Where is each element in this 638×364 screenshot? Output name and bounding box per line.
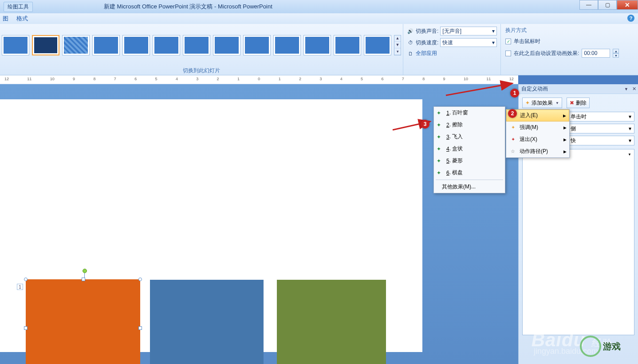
- logo-text: 游戏: [603, 341, 621, 352]
- entrance-item-5[interactable]: ✦5. 菱形: [434, 155, 505, 167]
- pane-dropdown-icon[interactable]: ▼: [624, 87, 628, 91]
- entrance-item-4[interactable]: ✦4. 盒状: [434, 143, 505, 155]
- rotation-handle[interactable]: [83, 269, 87, 273]
- transition-thumb-4[interactable]: [92, 35, 120, 55]
- transition-thumb-8[interactable]: [213, 35, 240, 55]
- maximize-button[interactable]: ▢: [598, 0, 617, 10]
- transition-thumb-3[interactable]: [62, 35, 90, 55]
- help-icon[interactable]: ?: [627, 15, 634, 22]
- more-effects-item[interactable]: 其他效果(M)...: [434, 181, 505, 193]
- callout-1: 1: [510, 89, 519, 98]
- transition-thumb-7[interactable]: [183, 35, 210, 55]
- transitions-group-label: 切换到此幻灯片: [0, 66, 403, 75]
- menu-motion-path[interactable]: ☆ 动作路径(P)▶: [506, 145, 569, 157]
- transition-options-group: 🔊 切换声音: [无声音]▾ ⏱ 切换速度: 快速▾ 🗋 全部应用: [403, 24, 501, 75]
- slide-number-badge: 1: [17, 284, 23, 290]
- transition-thumb-12[interactable]: [334, 35, 361, 55]
- site-logo: 游戏: [571, 333, 629, 360]
- entrance-effects-menu: ✦1. 百叶窗✦2. 擦除✦3. 飞入✦4. 盒状✦5. 菱形✦6. 棋盘 其他…: [433, 106, 505, 193]
- direction-select[interactable]: 侧▾: [567, 124, 634, 133]
- on-click-label: 单击鼠标时: [514, 38, 540, 45]
- entrance-effect-icon: ✦: [437, 134, 443, 140]
- ribbon-tabs: 图 格式 ?: [0, 13, 638, 24]
- menu-separator: [436, 180, 503, 180]
- speed-select[interactable]: 快速▾: [440, 38, 497, 47]
- entrance-item-2[interactable]: ✦2. 擦除: [434, 119, 505, 131]
- transitions-group: ▲▼▾ 切换到此幻灯片: [0, 24, 403, 75]
- auto-after-checkbox[interactable]: [505, 51, 511, 56]
- menu-emphasis[interactable]: ✦ 强调(M)▶: [506, 121, 569, 133]
- title-bar: 绘图工具 新建 Microsoft Office PowerPoint 演示文稿…: [0, 0, 638, 13]
- close-button[interactable]: ✕: [617, 0, 638, 10]
- window-title: 新建 Microsoft Office PowerPoint 演示文稿 - Mi…: [104, 3, 272, 11]
- entrance-effect-icon: ✦: [437, 170, 443, 176]
- transition-thumb-5[interactable]: [122, 35, 150, 55]
- pane-title: 自定义动画: [521, 85, 548, 93]
- resize-handle-n[interactable]: [82, 278, 85, 281]
- animation-list[interactable]: 1 🖱 ✦ 矩形 5 ▼: [522, 149, 634, 335]
- exit-icon: ✦: [510, 137, 516, 143]
- speed-icon: ⏱: [407, 39, 414, 46]
- ribbon: ▲▼▾ 切换到此幻灯片 🔊 切换声音: [无声音]▾ ⏱ 切换速度: 快速▾ 🗋…: [0, 24, 638, 75]
- drawing-tools-tab[interactable]: 绘图工具: [4, 2, 33, 12]
- motion-path-icon: ☆: [510, 149, 516, 155]
- window-controls: — ▢ ✕: [579, 0, 638, 10]
- auto-after-time[interactable]: 00:00: [582, 49, 610, 58]
- entrance-item-6[interactable]: ✦6. 棋盘: [434, 167, 505, 179]
- sound-select[interactable]: [无声音]▾: [440, 27, 497, 35]
- auto-after-label: 在此之后自动设置动画效果:: [514, 50, 579, 57]
- transition-thumb-6[interactable]: [153, 35, 180, 55]
- add-effect-star-icon: ✦: [525, 100, 530, 106]
- start-select[interactable]: 单击时▾: [567, 112, 634, 121]
- speed-select-pane[interactable]: 快▾: [567, 136, 634, 145]
- transition-thumb-1[interactable]: [2, 35, 29, 55]
- advance-title: 换片方式: [505, 27, 634, 34]
- menu-exit[interactable]: ✦ 退出(X)▶: [506, 133, 569, 145]
- apply-all-button[interactable]: 全部应用: [416, 50, 437, 57]
- transition-thumb-2[interactable]: [32, 35, 59, 55]
- apply-all-icon: 🗋: [407, 50, 414, 57]
- entrance-item-3[interactable]: ✦3. 飞入: [434, 131, 505, 143]
- resize-handle-nw[interactable]: [24, 278, 28, 281]
- entrance-effect-icon: ✦: [437, 110, 443, 116]
- view-tab[interactable]: 图: [3, 15, 8, 23]
- emphasis-icon: ✦: [510, 125, 516, 131]
- shape-rectangle-orange[interactable]: [26, 279, 140, 364]
- callout-3: 3: [421, 120, 429, 129]
- entrance-effect-icon: ✦: [437, 146, 443, 152]
- horizontal-ruler: 1211109876543210123456789101112: [0, 75, 518, 84]
- entrance-item-1[interactable]: ✦1. 百叶窗: [434, 107, 505, 119]
- transition-thumb-10[interactable]: [273, 35, 301, 55]
- time-spinner[interactable]: ▲▼: [613, 49, 619, 58]
- transition-thumb-11[interactable]: [303, 35, 331, 55]
- resize-handle-ne[interactable]: [138, 278, 142, 281]
- callout-2: 2: [508, 109, 517, 118]
- transition-thumb-9[interactable]: [243, 35, 271, 55]
- resize-handle-w[interactable]: [24, 326, 28, 330]
- pane-close-icon[interactable]: ✕: [632, 86, 636, 92]
- annotation-arrow-1: [444, 80, 519, 98]
- minimize-button[interactable]: —: [579, 0, 598, 10]
- advance-slide-group: 换片方式 ✓ 单击鼠标时 在此之后自动设置动画效果: 00:00 ▲▼: [501, 24, 638, 75]
- shape-rectangle-green[interactable]: [277, 280, 386, 364]
- add-effect-button[interactable]: ✦ 添加效果▼: [522, 98, 562, 108]
- remove-effect-button[interactable]: ✖ 删除: [567, 98, 590, 108]
- speed-label: 切换速度:: [416, 39, 438, 47]
- svg-line-1: [446, 83, 512, 95]
- resize-handle-e[interactable]: [138, 326, 142, 330]
- entrance-effect-icon: ✦: [437, 122, 443, 128]
- remove-icon: ✖: [570, 100, 574, 106]
- entrance-effect-icon: ✦: [437, 158, 443, 164]
- sound-label: 切换声音:: [416, 27, 438, 35]
- logo-circle-icon: [580, 336, 601, 357]
- on-click-checkbox[interactable]: ✓: [505, 39, 511, 44]
- format-tab[interactable]: 格式: [16, 15, 28, 23]
- pane-title-bar: 自定义动画 ▼ ✕: [519, 84, 638, 94]
- transition-gallery-scroll[interactable]: ▲▼▾: [394, 35, 401, 55]
- shape-rectangle-blue[interactable]: [150, 280, 264, 364]
- sound-icon: 🔊: [407, 27, 414, 35]
- transition-thumb-13[interactable]: [364, 35, 391, 55]
